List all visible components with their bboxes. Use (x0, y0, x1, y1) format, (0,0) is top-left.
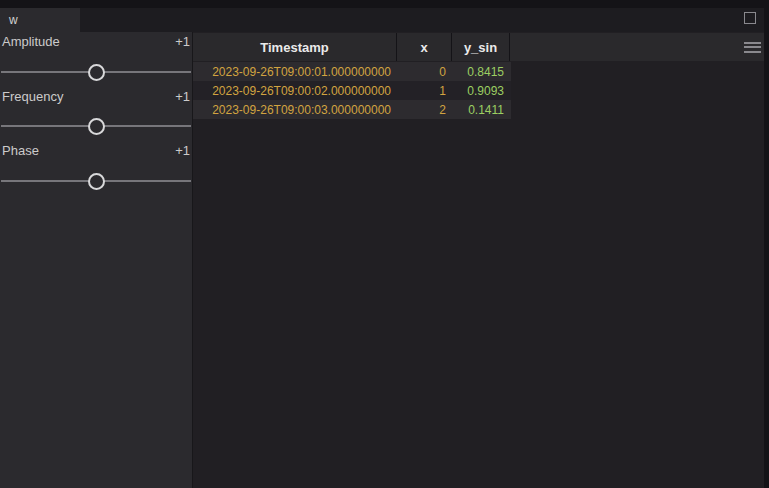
maximize-icon[interactable] (744, 12, 756, 24)
slider-frequency-value: +1 (175, 89, 190, 104)
table-panel: Timestamp x y_sin 2023-09-26T09:00:01.00… (192, 32, 769, 488)
table-body: 2023-09-26T09:00:01.000000000 0 0.8415 2… (193, 62, 511, 119)
sidebar: Amplitude +1 Frequency +1 Phase +1 (0, 32, 192, 488)
table-header-row: Timestamp x y_sin (193, 33, 769, 61)
header-spacer (510, 33, 725, 61)
app-window: w Amplitude +1 Frequency +1 Phase +1 Tim… (0, 0, 769, 488)
column-header-y-sin[interactable]: y_sin (452, 33, 510, 61)
slider-amplitude-label: Amplitude (2, 34, 60, 49)
slider-phase-handle[interactable] (88, 173, 105, 190)
window-right-edge (764, 0, 769, 488)
tab-bar: w (0, 8, 769, 32)
tab-w[interactable]: w (0, 8, 80, 32)
table-row[interactable]: 2023-09-26T09:00:02.000000000 1 0.9093 (193, 81, 511, 100)
slider-amplitude-value: +1 (175, 34, 190, 49)
cell-y-sin: 0.8415 (452, 65, 510, 79)
column-header-timestamp[interactable]: Timestamp (193, 33, 397, 61)
slider-group-frequency-header: Frequency +1 (2, 89, 190, 104)
tab-label: w (9, 13, 18, 27)
table-row[interactable]: 2023-09-26T09:00:03.000000000 2 0.1411 (193, 100, 511, 119)
cell-y-sin: 0.9093 (452, 84, 510, 98)
cell-x: 0 (397, 65, 452, 79)
slider-group-amplitude-header: Amplitude +1 (2, 34, 190, 49)
cell-x: 1 (397, 84, 452, 98)
cell-y-sin: 0.1411 (452, 103, 510, 117)
slider-frequency-handle[interactable] (88, 118, 105, 135)
slider-group-phase-header: Phase +1 (2, 143, 190, 158)
window-top-strip (0, 0, 769, 8)
cell-x: 2 (397, 103, 452, 117)
slider-phase-label: Phase (2, 143, 39, 158)
slider-frequency-label: Frequency (2, 89, 63, 104)
cell-timestamp: 2023-09-26T09:00:03.000000000 (193, 103, 397, 117)
menu-icon[interactable] (725, 33, 761, 61)
slider-amplitude-handle[interactable] (88, 64, 105, 81)
slider-phase-value: +1 (175, 143, 190, 158)
column-header-x[interactable]: x (397, 33, 452, 61)
cell-timestamp: 2023-09-26T09:00:02.000000000 (193, 84, 397, 98)
table-row[interactable]: 2023-09-26T09:00:01.000000000 0 0.8415 (193, 62, 511, 81)
cell-timestamp: 2023-09-26T09:00:01.000000000 (193, 65, 397, 79)
